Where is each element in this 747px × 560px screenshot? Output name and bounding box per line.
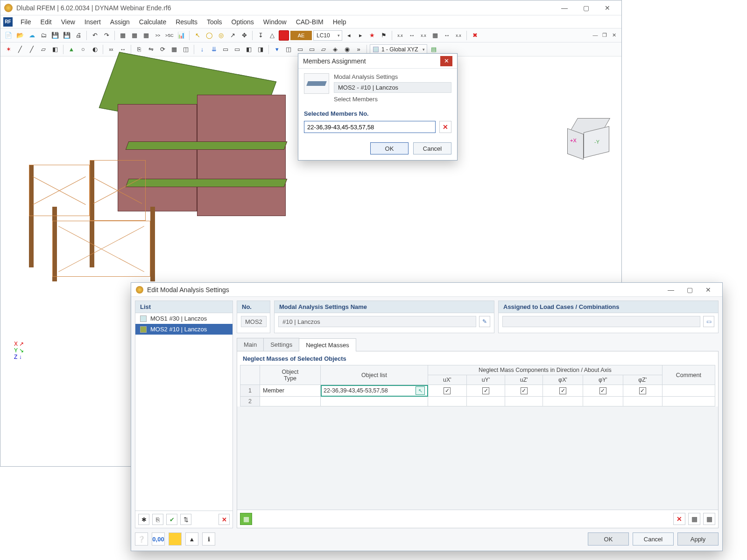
help-button[interactable]: ❔	[135, 532, 148, 546]
tb-print-icon[interactable]: 🖨	[73, 30, 84, 41]
tb-dim2-icon[interactable]: ↔	[442, 30, 452, 41]
nav-cube[interactable]: +X -Y	[567, 118, 612, 162]
cell-object-list[interactable]	[321, 397, 428, 406]
tb-next-icon[interactable]: ▸	[355, 30, 366, 41]
tab-main[interactable]: Main	[237, 338, 264, 351]
tb-lasso-icon[interactable]: ◯	[204, 30, 214, 41]
tb2-iso-icon[interactable]: ◫	[283, 44, 294, 55]
tb-sc-icon[interactable]: >SC	[164, 30, 175, 41]
menu-cadbim[interactable]: CAD-BIM	[292, 16, 328, 28]
cell-phiy[interactable]: ✓	[583, 385, 623, 397]
tb-grid-icon[interactable]: ▦	[430, 30, 440, 41]
tb-cancel-icon[interactable]: ✖	[470, 30, 480, 41]
menu-tools[interactable]: Tools	[203, 16, 226, 28]
tb2-array-icon[interactable]: ▦	[169, 44, 179, 55]
tab-settings[interactable]: Settings	[263, 338, 299, 351]
cell-uy[interactable]: ✓	[466, 385, 505, 397]
doc-close-button[interactable]: ✕	[610, 32, 618, 40]
tb2-copy-icon[interactable]: ⎘	[134, 44, 144, 55]
loadcase-badge[interactable]: AE	[290, 31, 312, 40]
tb-load-icon[interactable]: ↧	[255, 30, 266, 41]
tb2-load6-icon[interactable]: ◨	[255, 44, 266, 55]
tb-cloud-icon[interactable]: ☁	[27, 30, 37, 41]
cancel-button[interactable]: Cancel	[633, 532, 674, 546]
tb2-view-icon[interactable]: ▾	[272, 44, 282, 55]
tb2-load2-icon[interactable]: ⇊	[209, 44, 219, 55]
tb-undo-icon[interactable]: ↶	[90, 30, 100, 41]
tb2-mirror-icon[interactable]: ⇋	[146, 44, 156, 55]
menu-view[interactable]: View	[57, 16, 79, 28]
tb-move-icon[interactable]: ✥	[239, 30, 249, 41]
dialog2-close-button[interactable]: ✕	[699, 286, 718, 294]
tb-filter-icon[interactable]: ◎	[216, 30, 226, 41]
dialog2-maximize-button[interactable]: ▢	[680, 286, 699, 294]
apply-button[interactable]: Apply	[677, 532, 719, 546]
info-button[interactable]: ℹ	[202, 532, 215, 546]
menu-insert[interactable]: Insert	[80, 16, 105, 28]
modal-settings-value[interactable]: MOS2 - #10 | Lanczos	[334, 82, 451, 93]
menu-results[interactable]: Results	[171, 16, 202, 28]
tb-table3-icon[interactable]: ▦	[141, 30, 151, 41]
cell-phix[interactable]: ✓	[543, 385, 583, 397]
cell-object-list[interactable]: 22-36,39-43,45-53,57,58 ↖	[321, 385, 428, 397]
assign-button[interactable]: ▲	[185, 532, 198, 546]
tb2-rotate-icon[interactable]: ⟳	[157, 44, 168, 55]
clear-selection-button[interactable]: ✕	[439, 121, 451, 133]
menu-options[interactable]: Options	[227, 16, 258, 28]
menu-edit[interactable]: Edit	[36, 16, 56, 28]
tp-delete-button[interactable]: ✕	[673, 513, 685, 525]
table-row[interactable]: 2	[240, 397, 715, 406]
tb2-load3-icon[interactable]: ▭	[220, 44, 231, 55]
close-button[interactable]: ✕	[597, 1, 618, 14]
list-item-mos2[interactable]: MOS2 #10 | Lanczos	[135, 324, 233, 335]
menu-assign[interactable]: Assign	[106, 16, 134, 28]
color-button[interactable]	[169, 532, 182, 546]
loadcase-dropdown[interactable]: LC10	[313, 30, 342, 41]
menu-file[interactable]: File	[16, 16, 35, 28]
tb2-surface-icon[interactable]: ▱	[38, 44, 49, 55]
tb-dimy-icon[interactable]: ↔	[407, 30, 417, 41]
tb-flag-icon[interactable]: ⚑	[379, 30, 389, 41]
maximize-button[interactable]: ▢	[576, 1, 596, 14]
tb-table2-icon[interactable]: ▦	[129, 30, 140, 41]
cell-comment[interactable]	[662, 385, 715, 397]
selected-members-input[interactable]	[304, 121, 436, 133]
list-sort-button[interactable]: ⇅	[180, 514, 191, 525]
tp-import-button[interactable]: ▦	[703, 513, 715, 525]
tb-dim3-icon[interactable]: x.x	[453, 30, 464, 41]
tb2-release-icon[interactable]: ◐	[90, 44, 100, 55]
doc-restore-button[interactable]: ❐	[601, 32, 608, 40]
cell-phiz[interactable]: ✓	[623, 385, 662, 397]
tb2-load4-icon[interactable]: ▭	[232, 44, 242, 55]
tb-support-icon[interactable]: △	[267, 30, 277, 41]
tb2-load1-icon[interactable]: ↓	[197, 44, 207, 55]
tb-saveall-icon[interactable]: 💾	[62, 30, 72, 41]
ok-button[interactable]: OK	[370, 142, 409, 154]
tb2-extrude-icon[interactable]: ◫	[181, 44, 191, 55]
tb-select-icon[interactable]: ↖	[192, 30, 203, 41]
tb2-line-icon[interactable]: ╱	[15, 44, 25, 55]
tb-cursor-icon[interactable]: ↗	[227, 30, 238, 41]
menu-help[interactable]: Help	[329, 16, 351, 28]
cell-comment[interactable]	[662, 397, 715, 406]
list-copy-button[interactable]: ⎘	[152, 514, 163, 525]
menu-calculate[interactable]: Calculate	[135, 16, 170, 28]
minimize-button[interactable]: ―	[554, 1, 575, 14]
tb-dimz-icon[interactable]: x.x	[418, 30, 429, 41]
tb2-load5-icon[interactable]: ◧	[244, 44, 254, 55]
tb-manager-icon[interactable]: 🗂	[38, 30, 49, 41]
list-delete-button[interactable]: ✕	[218, 514, 230, 525]
tb2-dim-icon[interactable]: xx	[106, 44, 116, 55]
table-row[interactable]: 1 Member 22-36,39-43,45-53,57,58 ↖ ✓ ✓	[240, 385, 715, 397]
list-check-button[interactable]: ✔	[166, 514, 177, 525]
list-item-mos1[interactable]: MOS1 #30 | Lanczos	[135, 313, 233, 324]
tb-dimx-icon[interactable]: x.x	[395, 30, 405, 41]
dialog-close-button[interactable]: ✕	[440, 56, 452, 66]
cell-ux[interactable]: ✓	[428, 385, 467, 397]
tb-redo-icon[interactable]: ↷	[101, 30, 112, 41]
tb-color-red-icon[interactable]	[279, 30, 289, 41]
tb-table1-icon[interactable]: ▦	[118, 30, 128, 41]
cell-object-type[interactable]: Member	[260, 385, 321, 397]
tp-add-button[interactable]: ▦	[240, 513, 252, 525]
tb-script-icon[interactable]: >>	[153, 30, 163, 41]
